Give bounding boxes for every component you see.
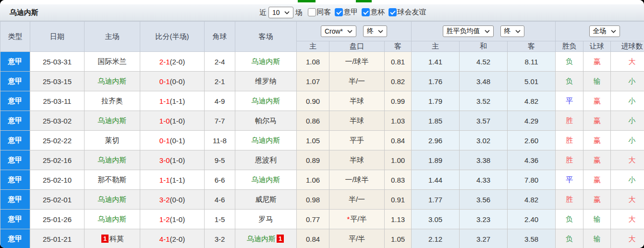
tab-underline-indicator xyxy=(356,0,372,2)
corners-cell: 6-6 xyxy=(205,170,235,190)
avg-home-cell: 1.85 xyxy=(412,111,460,131)
home-team-cell: 乌迪内斯 xyxy=(85,210,140,229)
avg-draw-cell: 3.48 xyxy=(460,72,508,91)
sub-header-odds-away: 客 xyxy=(385,41,412,52)
result-cell: 胜 xyxy=(556,131,583,150)
filter-checkbox-0[interactable] xyxy=(308,8,316,16)
scope-select[interactable]: 全场 xyxy=(589,25,620,37)
home-team-cell: 乌迪内斯 xyxy=(85,190,140,210)
score-cell: 3-0(1-0) xyxy=(140,150,205,170)
avg-type-select[interactable]: 胜平负均值 xyxy=(443,25,494,37)
avg-away-cell: 4.36 xyxy=(508,150,556,170)
date-cell: 25-03-15 xyxy=(30,72,85,91)
odds-away-cell: 1.03 xyxy=(385,111,412,131)
away-team-cell: 威尼斯 xyxy=(235,190,297,210)
filter-checkbox-1[interactable] xyxy=(335,8,343,16)
filter-checkbox-label: 球会友谊 xyxy=(398,8,426,17)
goals-cell: 大 xyxy=(611,52,644,72)
avg-draw-cell: 3.57 xyxy=(460,111,508,131)
match-row: 意甲25-01-26乌迪内斯1-2(1-0)1-5罗马0.77*平/半1.133… xyxy=(0,210,644,229)
filter-options: 同客意甲意杯球会友谊 xyxy=(304,8,426,18)
avg-home-cell: 1.76 xyxy=(412,72,460,91)
col-header-away: 客场 xyxy=(235,22,297,52)
filter-checkbox-label: 意甲 xyxy=(344,8,358,17)
red-card-badge: 1 xyxy=(277,235,284,243)
avg-time-select[interactable]: 终 xyxy=(500,25,524,37)
letball-cell: 赢 xyxy=(583,170,611,190)
chevron-down-icon xyxy=(347,30,352,33)
score-cell: 0-1(0-0) xyxy=(140,72,205,91)
league-cell: 意甲 xyxy=(0,72,30,91)
avg-draw-cell: 3.27 xyxy=(460,229,508,248)
avg-away-cell: 3.58 xyxy=(508,229,556,248)
col-header-date: 日期 xyxy=(30,22,85,52)
date-cell: 25-01-21 xyxy=(30,229,85,248)
sub-header-avg-draw: 和 xyxy=(460,41,508,52)
sub-header-result: 胜负 xyxy=(556,41,583,52)
odds-away-cell: 0.82 xyxy=(385,72,412,91)
avg-draw-cell: 3.56 xyxy=(460,190,508,210)
filter-bar: 近 10 场 同客意甲意杯球会友谊 xyxy=(257,4,426,21)
odds-away-cell: 0.99 xyxy=(385,91,412,111)
avg-away-cell: 7.80 xyxy=(508,170,556,190)
goals-cell: 大 xyxy=(611,190,644,210)
result-cell: 负 xyxy=(556,52,583,72)
league-cell: 意甲 xyxy=(0,210,30,229)
score-cell: 1-1(1-1) xyxy=(140,91,205,111)
league-cell: 意甲 xyxy=(0,131,30,150)
letball-cell: 赢 xyxy=(583,52,611,72)
result-cell: 胜 xyxy=(556,150,583,170)
odds-away-cell: 0.84 xyxy=(385,131,412,150)
corners-cell: 1-5 xyxy=(205,210,235,229)
result-cell: 胜 xyxy=(556,190,583,210)
league-cell: 意甲 xyxy=(0,190,30,210)
score-cell: 3-2(0-0) xyxy=(140,190,205,210)
sub-header-letball: 让球 xyxy=(583,41,611,52)
recent-count-select[interactable]: 10 xyxy=(268,7,293,18)
odds-home-cell: 0.84 xyxy=(297,229,329,248)
sub-header-avg-home: 主 xyxy=(412,41,460,52)
odds-home-cell: 1.07 xyxy=(297,72,329,91)
result-cell: 胜 xyxy=(556,111,583,131)
result-cell: 平 xyxy=(556,170,583,190)
letball-cell: 输 xyxy=(583,72,611,91)
away-team-cell: 乌迪内斯 xyxy=(235,170,297,190)
odds-company-select[interactable]: Crow* xyxy=(321,25,356,37)
match-row: 意甲25-02-10那不勒斯1-1(1-1)6-6乌迪内斯1.06一/球半0.8… xyxy=(0,170,644,190)
odds-home-cell: 0.98 xyxy=(297,190,329,210)
match-history-widget: 乌迪内斯 近 10 场 同客意甲意杯球会友谊 类型 日期 主场 比分(半场) xyxy=(0,0,644,248)
avg-home-cell: 1.79 xyxy=(412,91,460,111)
league-cell: 意甲 xyxy=(0,52,30,72)
home-team-cell: 拉齐奥 xyxy=(85,91,140,111)
avg-home-cell: 2.96 xyxy=(412,131,460,150)
odds-away-cell: 1.05 xyxy=(385,229,412,248)
avg-draw-cell: 3.02 xyxy=(460,131,508,150)
handicap-cell: *平/半 xyxy=(329,210,385,229)
corners-cell: 7-7 xyxy=(205,111,235,131)
sub-header-goals: 进球数 xyxy=(611,41,644,52)
date-cell: 25-02-10 xyxy=(30,170,85,190)
corners-cell: 9-5 xyxy=(205,150,235,170)
corners-cell: 2-1 xyxy=(205,72,235,91)
avg-draw-cell: 4.33 xyxy=(460,170,508,190)
sub-header-handicap: 盘口 xyxy=(329,41,385,52)
corners-cell: 4-6 xyxy=(205,190,235,210)
odds-time-select[interactable]: 终 xyxy=(363,25,387,37)
tab-underline-indicator xyxy=(298,0,316,2)
avg-away-cell: 8.11 xyxy=(508,52,556,72)
home-team-cell: 乌迪内斯 xyxy=(85,111,140,131)
filter-checkbox-2[interactable] xyxy=(362,8,370,16)
goals-cell: 大 xyxy=(611,229,644,248)
result-cell: 平 xyxy=(556,91,583,111)
league-cell: 意甲 xyxy=(0,91,30,111)
avg-away-cell: 4.29 xyxy=(508,111,556,131)
result-cell: 负 xyxy=(556,229,583,248)
filter-checkbox-3[interactable] xyxy=(389,8,397,16)
score-cell: 2-1(2-0) xyxy=(140,52,205,72)
home-team-cell: 乌迪内斯 xyxy=(85,150,140,170)
col-header-home: 主场 xyxy=(85,22,140,52)
avg-home-cell: 1.44 xyxy=(412,170,460,190)
result-cell: 负 xyxy=(556,210,583,229)
goals-cell: 大 xyxy=(611,210,644,229)
match-row: 意甲25-01-211科莫4-1(2-0)3-2乌迪内斯10.84平/半1.05… xyxy=(0,229,644,248)
